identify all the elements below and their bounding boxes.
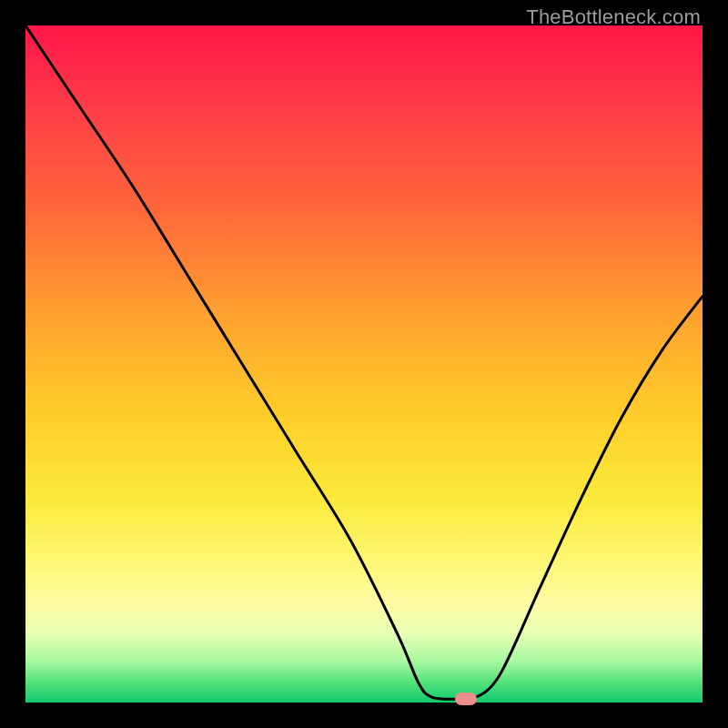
optimal-point-marker	[455, 693, 477, 705]
curve-layer	[25, 25, 703, 703]
plot-area	[25, 25, 703, 703]
bottleneck-curve-path	[25, 25, 703, 701]
attribution-label: TheBottleneck.com	[526, 5, 701, 29]
bottleneck-chart: TheBottleneck.com	[0, 0, 728, 728]
